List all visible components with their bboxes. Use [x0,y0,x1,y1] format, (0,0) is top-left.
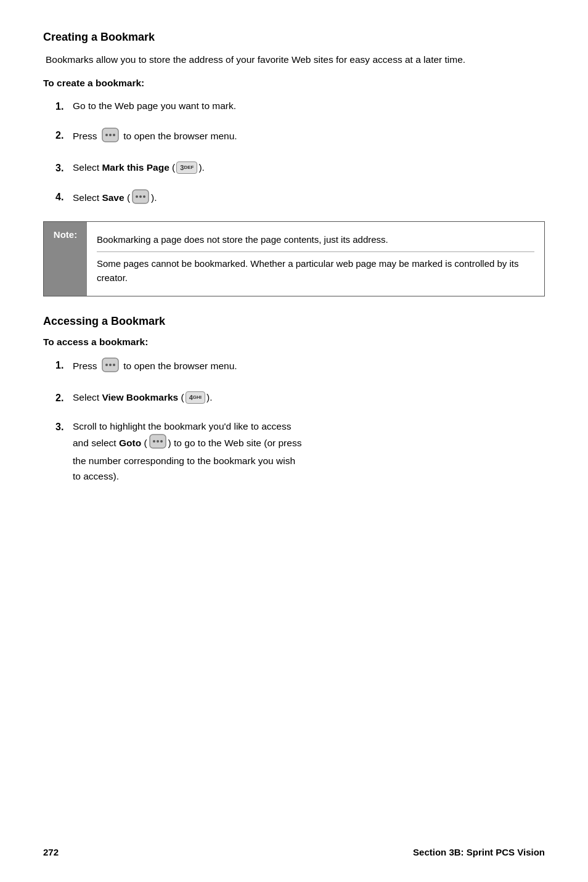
svg-point-5 [136,195,138,198]
step-number-3: 3. [55,160,73,176]
creating-bookmark-intro: Bookmarks allow you to store the address… [43,52,545,67]
creating-bookmark-title: Creating a Bookmark [43,31,545,44]
acc-step-number-1: 1. [55,357,73,373]
accessing-steps-list: 1. Press to open the browser menu. 2. Se… [55,357,545,484]
menu-icon-acc-step1 [102,357,119,376]
svg-point-11 [113,364,115,366]
acc-step-content-2: Select View Bookmarks (4GHI). [73,390,545,404]
svg-point-13 [153,440,155,443]
svg-point-2 [109,134,112,136]
key4-icon: 4GHI [186,391,205,404]
creating-step-1: 1. Go to the Web page you want to mark. [55,99,545,114]
save-label: Save [102,192,124,203]
svg-point-6 [139,195,142,198]
svg-point-15 [160,440,163,443]
note-label: Note: [44,222,87,296]
note-box: Note: Bookmarking a page does not store … [43,221,545,297]
view-bookmarks-label: View Bookmarks [102,392,178,402]
accessing-bookmark-section: Accessing a Bookmark To access a bookmar… [43,315,545,484]
accessing-step-3: 3. Scroll to highlight the bookmark you'… [55,419,545,484]
creating-step-4: 4. Select Save ( ). [55,189,545,208]
menu-icon-acc-step3 [149,434,166,454]
step-content-1: Go to the Web page you want to mark. [73,99,545,113]
creating-bookmark-section: Creating a Bookmark Bookmarks allow you … [43,31,545,296]
acc-step-number-3: 3. [55,419,73,435]
step-number-4: 4. [55,189,73,205]
menu-icon-step2 [102,128,119,146]
svg-point-9 [105,364,108,366]
accessing-step-2: 2. Select View Bookmarks (4GHI). [55,390,545,406]
svg-point-3 [113,134,115,136]
accessing-step-1: 1. Press to open the browser menu. [55,357,545,376]
accessing-bookmark-title: Accessing a Bookmark [43,315,545,328]
page-number: 272 [43,847,59,857]
note-row-1: Bookmarking a page does not store the pa… [97,228,534,252]
step-number-1: 1. [55,99,73,114]
creating-step-2: 2. Press to open the browser menu. [55,128,545,146]
creating-steps-list: 1. Go to the Web page you want to mark. … [55,99,545,208]
creating-bookmark-subheading: To create a bookmark: [43,78,545,89]
creating-step-3: 3. Select Mark this Page (3DEF). [55,160,545,176]
note-row-2: Some pages cannot be bookmarked. Whether… [97,251,534,290]
mark-this-page-label: Mark this Page [102,162,169,173]
step-number-2: 2. [55,128,73,143]
step-content-3: Select Mark this Page (3DEF). [73,160,545,174]
svg-point-10 [109,364,112,366]
acc-step-content-3: Scroll to highlight the bookmark you'd l… [73,419,545,484]
accessing-bookmark-subheading: To access a bookmark: [43,337,545,348]
step-content-2: Press to open the browser menu. [73,128,545,146]
svg-point-14 [157,440,159,443]
menu-icon-step4 [132,189,149,208]
svg-point-1 [105,134,108,136]
note-content: Bookmarking a page does not store the pa… [87,222,544,296]
section-label: Section 3B: Sprint PCS Vision [413,847,545,857]
key3-icon: 3DEF [176,161,197,174]
svg-point-7 [143,195,145,198]
goto-label: Goto [119,438,141,448]
page-footer: 272 Section 3B: Sprint PCS Vision [43,847,545,857]
acc-step-number-2: 2. [55,390,73,406]
acc-step-content-1: Press to open the browser menu. [73,357,545,376]
step-content-4: Select Save ( ). [73,189,545,208]
